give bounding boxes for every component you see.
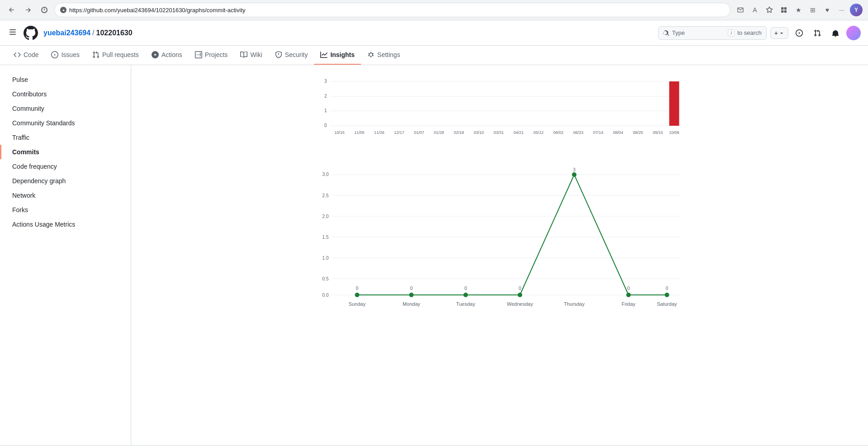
issues-icon [51,51,58,58]
nav-pull-requests[interactable]: Pull requests [86,46,145,65]
hamburger-button[interactable] [7,27,18,39]
nav-insights[interactable]: Insights [314,46,361,65]
browser-extensions-btn[interactable] [734,4,747,16]
refresh-button[interactable] [38,4,51,16]
sidebar-item-dependency-graph[interactable]: Dependency graph [0,174,131,188]
val-sunday: 0 [356,286,359,291]
point-thursday [572,172,577,177]
sidebar-item-forks[interactable]: Forks [0,203,131,217]
pull-requests-icon-button[interactable] [810,26,825,40]
user-avatar[interactable] [846,26,861,40]
bar-last [669,81,679,126]
val-tuesday: 0 [465,286,467,291]
line-chart-line [357,175,667,295]
x-label-4: 01/07 [414,130,424,135]
browser-toolbar: https://github.com/yuebai243694/10220163… [0,0,868,20]
git-pull-request-icon [814,29,821,37]
point-sunday [355,293,360,297]
nav-projects[interactable]: Projects [189,46,234,65]
sidebar-item-traffic[interactable]: Traffic [0,130,131,145]
val-wednesday: 0 [519,286,522,291]
address-bar[interactable]: https://github.com/yuebai243694/10220163… [54,3,730,17]
nav-security-label: Security [285,51,308,58]
nav-pull-requests-label: Pull requests [102,51,139,58]
username-link[interactable]: yuebai243694 [43,29,90,37]
browser-split-btn[interactable] [778,4,790,16]
insights-icon [320,51,327,58]
sidebar-item-community-standards[interactable]: Community Standards [0,116,131,130]
repo-nav: Code Issues Pull requests Actions Projec… [0,46,868,65]
val-monday: 0 [410,286,413,291]
val-thursday: 3 [573,168,576,172]
projects-icon [195,51,202,58]
nav-code-label: Code [24,51,38,58]
x-label-1: 11/05 [354,130,365,135]
nav-issues-label: Issues [61,51,79,58]
sidebar-item-code-frequency[interactable]: Code frequency [0,159,131,174]
sidebar-item-commits[interactable]: Commits [0,145,131,159]
nav-issues[interactable]: Issues [45,46,85,65]
browser-chrome: https://github.com/yuebai243694/10220163… [0,0,868,20]
browser-bookmark-btn[interactable]: ★ [792,4,805,16]
x-label-10: 05/12 [533,130,544,135]
point-monday [409,293,414,297]
x-label-15: 08/25 [633,130,643,135]
breadcrumb: yuebai243694 / 102201630 [43,29,133,37]
add-new-button[interactable]: + [770,27,788,39]
sidebar-item-community[interactable]: Community [0,101,131,116]
y-label-20: 2.0 [323,214,329,219]
nav-code[interactable]: Code [7,46,45,65]
x-label-2: 11/26 [374,130,384,135]
sidebar-item-contributors[interactable]: Contributors [0,87,131,101]
browser-star-btn[interactable] [763,4,776,16]
chevron-down-icon [779,30,784,36]
x-day-thursday: Thursday [564,301,585,307]
nav-settings-label: Settings [377,51,400,58]
line-chart-container: 3.0 2.5 2.0 1.5 1.0 0.5 0.0 [149,168,850,314]
sidebar-item-actions-usage-metrics[interactable]: Actions Usage Metrics [0,217,131,232]
url-text: https://github.com/yuebai243694/10220163… [69,7,246,14]
browser-heart-btn[interactable]: ♥ [821,4,834,16]
sidebar-item-network[interactable]: Network [0,188,131,203]
y-label-2: 2 [324,94,327,99]
x-day-monday: Monday [403,301,421,307]
insights-sidebar: Pulse Contributors Community Community S… [0,65,131,445]
repo-name[interactable]: 102201630 [96,29,133,37]
github-header: yuebai243694 / 102201630 Type / to searc… [0,20,868,46]
x-label-5: 01/28 [434,130,444,135]
search-icon [663,30,669,36]
notifications-button[interactable] [828,26,843,40]
x-label-6: 02/18 [454,130,464,135]
issues-icon-button[interactable] [792,26,806,40]
back-button[interactable] [5,4,18,16]
nav-projects-label: Projects [205,51,228,58]
x-day-tuesday: Tuesday [456,301,475,307]
browser-collections-btn[interactable]: ⊞ [806,4,819,16]
x-label-0: 10/15 [334,130,345,135]
bar-chart-container: 3 2 1 0 [149,76,850,150]
x-label-3: 12/17 [394,130,404,135]
browser-profile[interactable]: Y [850,4,863,16]
circle-dot-icon [796,29,803,37]
nav-security[interactable]: Security [269,46,314,65]
y-label-3: 3 [324,79,327,84]
x-label-12: 06/23 [573,130,583,135]
nav-wiki[interactable]: Wiki [234,46,268,65]
forward-button[interactable] [22,4,34,16]
x-label-8: 03/31 [493,130,504,135]
browser-font-btn[interactable]: A [749,4,761,16]
github-logo[interactable] [24,26,38,40]
point-saturday [665,293,669,297]
y-label-05: 0.5 [323,276,329,281]
search-box[interactable]: Type / to search [658,26,767,40]
y-label-10: 1.0 [323,256,329,261]
sidebar-item-pulse[interactable]: Pulse [0,72,131,87]
search-type: Type [672,29,685,36]
x-label-9: 04/21 [513,130,524,135]
val-saturday: 0 [666,286,669,291]
nav-settings[interactable]: Settings [361,46,407,65]
browser-more-btn[interactable]: ··· [835,4,848,16]
breadcrumb-separator: / [92,29,94,37]
header-left: yuebai243694 / 102201630 [7,26,133,40]
nav-actions[interactable]: Actions [145,46,189,65]
